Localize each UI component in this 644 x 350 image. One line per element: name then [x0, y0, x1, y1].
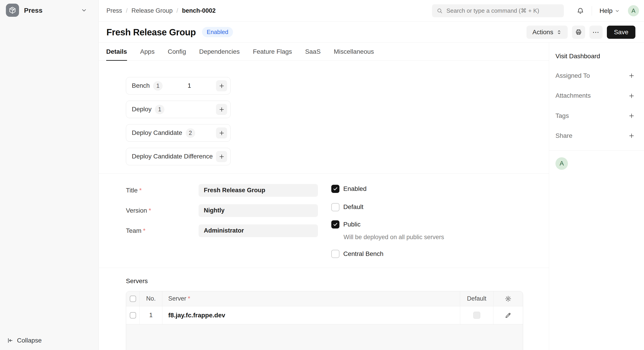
share-row[interactable]: Share	[556, 132, 635, 140]
connection-card-bench[interactable]: Bench 1 1	[126, 77, 230, 95]
tab-details[interactable]: Details	[106, 43, 127, 61]
tab-bar: Details Apps Config Dependencies Feature…	[99, 43, 549, 61]
title-field[interactable]: Fresh Release Group	[198, 184, 318, 197]
save-button[interactable]: Save	[607, 26, 636, 39]
user-avatar[interactable]: A	[628, 5, 639, 16]
body-row: Details Apps Config Dependencies Feature…	[99, 43, 644, 350]
connection-label: Deploy	[132, 105, 152, 113]
edit-row-button[interactable]	[505, 312, 512, 319]
actions-label: Actions	[532, 29, 553, 36]
breadcrumb-press[interactable]: Press	[106, 7, 122, 15]
central-bench-checkbox[interactable]	[331, 250, 340, 258]
help-menu-button[interactable]: Help	[600, 7, 620, 15]
pencil-icon	[505, 312, 512, 319]
field-row-title: Title* Fresh Release Group	[126, 184, 318, 197]
row-number: 1	[140, 306, 162, 324]
plus-icon	[628, 72, 635, 79]
status-badge: Enabled	[202, 27, 233, 37]
connection-count-badge: 1	[155, 105, 164, 114]
required-marker: *	[139, 187, 142, 194]
enabled-checkbox-row[interactable]: Enabled	[331, 185, 444, 193]
bell-icon	[576, 7, 584, 15]
tab-miscellaneous[interactable]: Miscellaneous	[334, 43, 374, 61]
search-input[interactable]	[446, 7, 559, 14]
search-icon	[436, 8, 443, 14]
column-header-default: Default	[460, 291, 494, 306]
servers-table-footer	[126, 324, 523, 350]
default-checkbox-label: Default	[343, 203, 364, 211]
add-deploy-candidate-difference-button[interactable]	[216, 151, 227, 162]
connection-card-deploy-candidate-difference[interactable]: Deploy Candidate Difference	[126, 148, 230, 165]
document-side-panel: Visit Dashboard Assigned To Attachments …	[549, 43, 644, 350]
servers-section: Servers No. Server* Default	[99, 268, 549, 350]
add-assignment-button[interactable]	[628, 72, 635, 79]
panel-divider	[549, 150, 644, 151]
sidebar: Press Collapse	[0, 0, 99, 350]
print-button[interactable]	[572, 26, 585, 39]
version-field-label: Version*	[126, 206, 198, 215]
collapse-sidebar-button[interactable]: Collapse	[0, 337, 98, 344]
central-bench-checkbox-label: Central Bench	[343, 250, 383, 258]
add-deploy-button[interactable]	[216, 104, 227, 115]
tab-apps[interactable]: Apps	[140, 43, 155, 61]
required-marker: *	[143, 227, 146, 234]
assigned-to-row[interactable]: Assigned To	[556, 72, 635, 80]
default-checkbox-row[interactable]: Default	[331, 203, 444, 211]
share-label: Share	[556, 132, 572, 140]
breadcrumb: Press / Release Group / bench-0002	[106, 7, 216, 15]
form-checkboxes: Enabled Default Public	[331, 184, 444, 268]
central-bench-checkbox-row[interactable]: Central Bench	[331, 250, 444, 258]
topbar-divider	[592, 6, 592, 16]
connection-label: Deploy Candidate Difference	[132, 152, 213, 161]
add-tag-button[interactable]	[628, 112, 635, 119]
connection-card-deploy[interactable]: Deploy 1	[126, 101, 230, 118]
plus-icon	[218, 153, 225, 160]
tab-saas[interactable]: SaaS	[305, 43, 321, 61]
printer-icon	[575, 29, 582, 36]
default-cell-checkbox[interactable]	[473, 312, 480, 319]
tags-row[interactable]: Tags	[556, 112, 635, 120]
plus-icon	[218, 106, 225, 113]
add-deploy-candidate-button[interactable]	[216, 127, 227, 139]
column-header-no: No.	[140, 291, 162, 306]
field-row-version: Version* Nightly	[126, 204, 318, 217]
field-row-team: Team* Administrator	[126, 224, 318, 237]
version-field[interactable]: Nightly	[198, 204, 318, 217]
plus-icon	[628, 132, 635, 139]
connection-card-deploy-candidate[interactable]: Deploy Candidate 2	[126, 124, 230, 142]
public-checkbox-row[interactable]: Public	[331, 220, 444, 228]
server-table-row: 1 f8.jay.fc.frappe.dev	[126, 306, 523, 324]
attachments-label: Attachments	[556, 92, 591, 100]
add-attachment-button[interactable]	[628, 93, 635, 99]
plus-icon	[218, 130, 225, 136]
share-button[interactable]	[628, 132, 635, 139]
tab-config[interactable]: Config	[168, 43, 186, 61]
notifications-button[interactable]	[576, 7, 584, 15]
tab-feature-flags[interactable]: Feature Flags	[253, 43, 292, 61]
visit-dashboard-link[interactable]: Visit Dashboard	[556, 53, 635, 60]
enabled-checkbox[interactable]	[331, 185, 340, 193]
title-field-label: Title*	[126, 186, 198, 194]
connection-count-badge: 2	[186, 128, 195, 138]
page-title: Fresh Release Group	[106, 26, 196, 38]
tab-dependencies[interactable]: Dependencies	[199, 43, 240, 61]
select-all-checkbox[interactable]	[130, 296, 136, 302]
default-checkbox[interactable]	[331, 203, 340, 211]
breadcrumb-release-group[interactable]: Release Group	[132, 7, 173, 15]
press-logo-icon	[6, 4, 19, 17]
add-bench-button[interactable]	[216, 80, 227, 91]
team-field[interactable]: Administrator	[198, 224, 318, 237]
actions-dropdown-button[interactable]: Actions	[526, 26, 568, 39]
server-cell[interactable]: f8.jay.fc.frappe.dev	[162, 306, 460, 324]
table-settings-button[interactable]	[505, 295, 512, 302]
content-column: Details Apps Config Dependencies Feature…	[99, 43, 549, 350]
workspace-switcher[interactable]: Press	[0, 4, 98, 17]
row-select-checkbox[interactable]	[130, 312, 136, 318]
more-options-button[interactable]: ⋯	[590, 26, 602, 39]
global-search[interactable]	[432, 4, 564, 17]
public-checkbox[interactable]	[331, 220, 340, 228]
details-form-section: Title* Fresh Release Group Version* Nigh…	[99, 174, 549, 268]
attachments-row[interactable]: Attachments	[556, 92, 635, 100]
breadcrumb-current: bench-0002	[182, 7, 216, 15]
plus-icon	[218, 83, 225, 89]
